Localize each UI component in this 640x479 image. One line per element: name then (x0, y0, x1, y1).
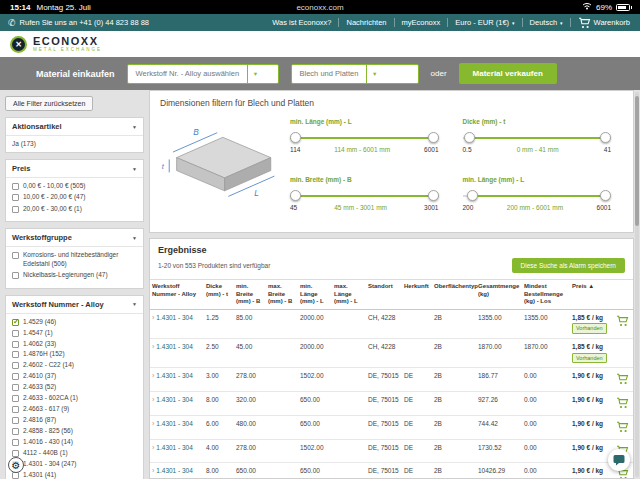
checkbox[interactable] (12, 319, 19, 326)
column-header-gesamtmenge-kg[interactable]: Gesamtmenge (kg) (476, 280, 522, 309)
checkbox[interactable] (12, 330, 19, 337)
econoxx-logo-icon[interactable]: ✕ (10, 36, 27, 53)
alloy-number-link[interactable]: 1.4301 - 304 (156, 467, 193, 474)
alloy-option[interactable]: 1.4876H (152) (12, 350, 137, 358)
slider-handle-min[interactable] (290, 190, 301, 201)
alloy-option[interactable]: 2.4858 - 825 (56) (12, 427, 137, 435)
column-header-mindest-bestellmenge-kg-los[interactable]: Mindest Bestellmenge (kg) - Los (522, 280, 570, 309)
alloy-option[interactable]: 2.4602 - C22 (14) (12, 361, 137, 369)
table-row[interactable]: ›1.4301 - 3041.2585.002000.00CH, 42282B1… (150, 310, 633, 339)
slider-track[interactable] (463, 190, 612, 201)
alloy-number-link[interactable]: 1.4301 - 304 (156, 314, 193, 321)
slider-handle-min[interactable] (467, 190, 478, 201)
alloy-number-link[interactable]: 1.4301 - 304 (156, 420, 193, 427)
chevron-right-icon[interactable]: › (152, 372, 154, 379)
add-to-cart-button[interactable] (616, 315, 629, 329)
scrollbar[interactable] (635, 92, 639, 477)
sell-material-button[interactable]: Material verkaufen (459, 63, 557, 84)
column-header-werkstoff-nummer-alloy[interactable]: Werkstoff Nummer - Alloy (150, 280, 204, 309)
table-row[interactable]: ›1.4301 - 3044.00278.001502.00DE, 75015D… (150, 440, 633, 464)
slider-handle-max[interactable] (428, 132, 439, 143)
checkbox[interactable] (12, 252, 19, 259)
alloy-number-link[interactable]: 1.4301 - 304 (156, 343, 193, 350)
werkstoffgruppe-option[interactable]: Korrosions- und hitzebeständiger Edelsta… (12, 251, 137, 268)
column-header-max-l-nge-mm-l[interactable]: max. Länge (mm) - L (332, 280, 366, 309)
alloy-option[interactable]: 1.4062 (33) (12, 340, 137, 348)
checkbox[interactable] (12, 428, 19, 435)
alloy-option[interactable]: 1.4301 (41) (12, 471, 137, 479)
checkbox[interactable] (12, 194, 19, 201)
alloy-option[interactable]: 4112 - 440B (1) (12, 449, 137, 457)
alloy-option[interactable]: 1.4301 - 304 (247) (12, 460, 137, 468)
column-header-min-l-nge-mm-l[interactable]: min. Länge (mm) - L (298, 280, 332, 309)
alloy-number-link[interactable]: 1.4301 - 304 (156, 444, 193, 451)
checkbox[interactable] (12, 384, 19, 391)
chevron-right-icon[interactable]: › (152, 314, 154, 321)
alloy-number-link[interactable]: 1.4301 - 304 (156, 372, 193, 379)
filter-section-header[interactable]: Werkstoff Nummer - Alloy ▼ (6, 296, 143, 314)
werkstoffgruppe-option[interactable]: Nickelbasis-Legierungen (47) (12, 271, 137, 279)
topbar-link-deutsch[interactable]: Deutsch▾ (523, 18, 571, 27)
add-to-cart-button[interactable] (616, 373, 629, 387)
checkbox[interactable] (12, 362, 19, 369)
checkbox[interactable] (12, 341, 19, 348)
save-search-alarm-button[interactable]: Diese Suche als Alarm speichern (512, 258, 625, 273)
checkbox[interactable] (12, 417, 19, 424)
slider-track[interactable] (290, 190, 439, 201)
alloy-option[interactable]: 1.4547 (1) (12, 329, 137, 337)
checkbox[interactable] (12, 406, 19, 413)
table-row[interactable]: ›1.4301 - 3046.00480.00650.00DE, 75015DE… (150, 416, 633, 440)
scrollbar-thumb[interactable] (635, 96, 639, 226)
slider-track[interactable] (290, 132, 439, 143)
alloy-select[interactable]: Werkstoff Nr. - Alloy auswählen ▼ (127, 64, 279, 84)
alloy-option[interactable]: 2.4610 (37) (12, 372, 137, 380)
add-to-cart-button[interactable] (616, 421, 629, 435)
checkbox[interactable] (12, 395, 19, 402)
column-header-max-breite-mm-b[interactable]: max. Breite (mm) - B (266, 280, 298, 309)
add-to-cart-button[interactable] (616, 397, 629, 411)
filter-section-header[interactable]: Aktionsartikel ▼ (6, 118, 143, 136)
table-row[interactable]: ›1.4301 - 3042.5045.002000.00CH, 42282B1… (150, 339, 633, 368)
checkbox[interactable] (12, 450, 19, 457)
table-row[interactable]: ›1.4301 - 3048.00320.00650.00DE, 75015DE… (150, 392, 633, 416)
phone-contact[interactable]: ✆ Rufen Sie uns an +41 (0) 44 823 88 88 (8, 18, 149, 28)
gear-icon[interactable]: ⚙ (8, 457, 24, 473)
aktionsartikel-value[interactable]: Ja (173) (12, 140, 36, 147)
topbar-link-myeconoxx[interactable]: myEconoxx (395, 18, 449, 27)
checkbox[interactable] (12, 439, 19, 446)
topbar-link-warenkorb[interactable]: Warenkorb (571, 17, 632, 29)
topbar-link-euro-eur-1[interactable]: Euro - EUR (1€)▾ (448, 18, 522, 27)
preis-option[interactable]: 10,00 € - 20,00 € (47) (12, 193, 137, 201)
preis-option[interactable]: 0,00 € - 10,00 € (505) (12, 182, 137, 190)
brand[interactable]: ECONOXX METAL EXCHANGE (33, 36, 102, 53)
checkbox[interactable] (12, 373, 19, 380)
slider-handle-min[interactable] (464, 132, 475, 143)
alloy-option[interactable]: 2.4633 - 602CA (1) (12, 394, 137, 402)
column-header-herkunft[interactable]: Herkunft (402, 280, 432, 309)
checkbox[interactable] (12, 272, 19, 279)
column-header-standort[interactable]: Standort (366, 280, 402, 309)
topbar-link-nachrichten[interactable]: Nachrichten (339, 18, 394, 27)
filter-section-header[interactable]: Preis ▼ (6, 160, 143, 178)
reset-filters-button[interactable]: Alle Filter zurücksetzen (5, 96, 93, 111)
table-row[interactable]: ›1.4301 - 3048.00650.00650.00DE, 75015DE… (150, 463, 633, 479)
topbar-link-was-ist-econoxx[interactable]: Was ist Econoxx? (265, 18, 339, 27)
alloy-option[interactable]: 2.4633 (52) (12, 383, 137, 391)
slider-handle-max[interactable] (428, 190, 439, 201)
chevron-right-icon[interactable]: › (152, 467, 154, 474)
chevron-right-icon[interactable]: › (152, 444, 154, 451)
slider-handle-min[interactable] (290, 132, 301, 143)
column-header-oberfl-chentyp[interactable]: Oberflächentyp (432, 280, 476, 309)
chevron-right-icon[interactable]: › (152, 343, 154, 350)
alloy-option[interactable]: 1.4016 - 430 (14) (12, 438, 137, 446)
table-row[interactable]: ›1.4301 - 3043.00278.001502.00DE, 75015D… (150, 368, 633, 392)
chat-bubble-icon[interactable] (608, 449, 630, 471)
checkbox[interactable] (12, 351, 19, 358)
alloy-option[interactable]: 2.4816 (87) (12, 416, 137, 424)
checkbox[interactable] (12, 206, 19, 213)
category-select[interactable]: Blech und Platten ▼ (291, 64, 419, 84)
column-header-min-breite-mm-b[interactable]: min. Breite (mm) - B (234, 280, 266, 309)
column-header-preis[interactable]: Preis ▲ (570, 280, 614, 309)
slider-handle-max[interactable] (600, 132, 611, 143)
column-header-dicke-mm-t[interactable]: Dicke (mm) - t (204, 280, 234, 309)
